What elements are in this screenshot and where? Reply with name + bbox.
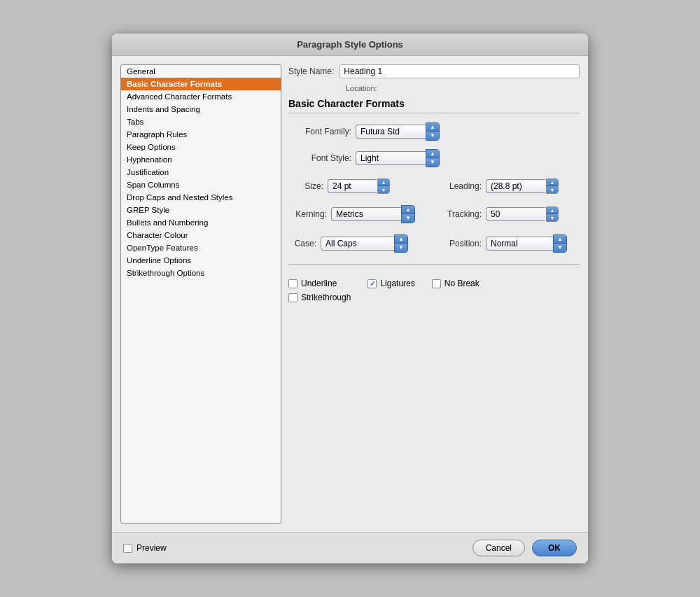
no-break-label: No Break [444,279,479,288]
sidebar: General Basic Character Formats Advanced… [120,64,281,524]
sidebar-item-strikethrough-options[interactable]: Strikethrough Options [121,267,281,279]
font-family-down-btn[interactable]: ▼ [426,132,439,140]
title-bar: Paragraph Style Options [112,34,588,56]
kerning-up-btn[interactable]: ▲ [402,206,414,214]
sidebar-item-indents-and-spacing[interactable]: Indents and Spacing [121,103,281,115]
underline-label: Underline [301,279,337,288]
kerning-down-btn[interactable]: ▼ [402,214,414,223]
ligatures-row: Ligatures [368,279,414,288]
sidebar-item-hyphenation[interactable]: Hyphenation [121,153,281,166]
kerning-stepper: ▲ ▼ [401,205,415,223]
leading-stepper: ▲ ▼ [546,178,559,194]
sidebar-item-bullets-numbering[interactable]: Bullets and Numbering [121,216,281,229]
tracking-down-btn[interactable]: ▼ [547,214,558,221]
sidebar-item-grep-style[interactable]: GREP Style [121,204,281,216]
font-family-value[interactable]: Futura Std [356,125,426,139]
font-style-control: Light ▲ ▼ [356,149,580,167]
style-name-input[interactable] [340,64,580,78]
sidebar-item-underline-options[interactable]: Underline Options [121,254,281,267]
dialog-body: General Basic Character Formats Advanced… [112,56,588,532]
preview-label: Preview [136,543,167,553]
style-name-row: Style Name: [288,64,580,78]
position-label: Position: [438,239,482,248]
dialog-window: Paragraph Style Options General Basic Ch… [112,34,588,563]
sidebar-item-basic-character-formats[interactable]: Basic Character Formats [121,78,281,90]
position-row: Position: Normal ▲ ▼ [438,234,580,253]
font-style-up-btn[interactable]: ▲ [426,150,439,158]
font-family-label: Font Family: [288,127,351,136]
size-up-btn[interactable]: ▲ [378,179,389,186]
strikethrough-checkbox[interactable] [288,293,298,302]
size-stepper: ▲ ▼ [377,178,390,194]
kerning-label: Kerning: [288,209,327,219]
font-family-stepper: ▲ ▼ [426,122,440,141]
kerning-tracking-row: Kerning: Metrics ▲ ▼ Tracking: 50 [288,205,580,223]
tracking-label: Tracking: [438,209,482,219]
sidebar-item-character-colour[interactable]: Character Colour [121,229,281,241]
separator [288,264,580,265]
size-leading-row: Size: 24 pt ▲ ▼ Leading: (28.8 pt) [288,178,580,194]
checkbox-col-right: No Break [432,279,479,288]
kerning-value[interactable]: Metrics [331,207,401,221]
font-style-label: Font Style: [288,153,351,163]
ok-button[interactable]: OK [532,540,577,556]
position-value[interactable]: Normal [486,237,553,251]
font-family-up-btn[interactable]: ▲ [426,123,439,132]
case-up-btn[interactable]: ▲ [395,235,407,244]
sidebar-item-advanced-character-formats[interactable]: Advanced Character Formats [121,90,281,103]
size-value[interactable]: 24 pt [328,179,377,193]
font-style-down-btn[interactable]: ▼ [426,158,439,167]
strikethrough-row: Strikethrough [288,293,351,302]
position-stepper: ▲ ▼ [553,234,567,253]
leading-down-btn[interactable]: ▼ [547,186,558,193]
sidebar-item-paragraph-rules[interactable]: Paragraph Rules [121,128,281,141]
case-control: All Caps ▲ ▼ [321,234,430,253]
size-down-btn[interactable]: ▼ [378,186,389,193]
tracking-value[interactable]: 50 [486,207,545,221]
location-row: Location: [288,84,580,92]
leading-label: Leading: [438,181,482,191]
sidebar-item-tabs[interactable]: Tabs [121,115,281,128]
tracking-up-btn[interactable]: ▲ [547,207,558,214]
preview-row: Preview [123,543,167,553]
size-row: Size: 24 pt ▲ ▼ [288,178,430,194]
sidebar-item-drop-caps-nested[interactable]: Drop Caps and Nested Styles [121,191,281,204]
case-stepper: ▲ ▼ [394,234,408,253]
preview-checkbox[interactable] [123,544,132,553]
sidebar-item-general[interactable]: General [121,65,281,78]
font-style-row: Font Style: Light ▲ ▼ [288,149,580,167]
font-style-value[interactable]: Light [356,151,426,165]
sidebar-item-keep-options[interactable]: Keep Options [121,141,281,153]
checkbox-col-left: Underline Strikethrough [288,279,351,302]
sidebar-item-justification[interactable]: Justification [121,166,281,178]
leading-row: Leading: (28.8 pt) ▲ ▼ [438,178,580,194]
case-position-row: Case: All Caps ▲ ▼ Position: Normal [288,234,580,253]
cancel-button[interactable]: Cancel [472,540,525,556]
position-up-btn[interactable]: ▲ [554,235,566,244]
leading-value[interactable]: (28.8 pt) [486,179,545,193]
position-down-btn[interactable]: ▼ [554,244,566,252]
checkboxes-section: Underline Strikethrough Ligatures [288,276,580,305]
checkbox-col-middle: Ligatures [368,279,414,288]
right-panel: Style Name: Location: Basic Character Fo… [288,64,580,524]
case-down-btn[interactable]: ▼ [395,244,407,252]
kerning-row: Kerning: Metrics ▲ ▼ [288,205,430,223]
ligatures-label: Ligatures [380,279,414,288]
footer-buttons: Cancel OK [472,540,577,556]
font-family-control: Futura Std ▲ ▼ [356,122,580,141]
no-break-checkbox[interactable] [432,279,441,288]
ligatures-checkbox[interactable] [368,279,377,288]
size-label: Size: [288,181,323,191]
tracking-control: 50 ▲ ▼ [486,206,559,222]
case-value[interactable]: All Caps [321,237,394,251]
section-title: Basic Character Formats [288,98,580,113]
case-row: Case: All Caps ▲ ▼ [288,234,430,253]
sidebar-item-opentype-features[interactable]: OpenType Features [121,241,281,254]
leading-up-btn[interactable]: ▲ [547,179,558,186]
size-control: 24 pt ▲ ▼ [328,178,390,194]
dialog-footer: Preview Cancel OK [112,532,588,563]
style-name-label: Style Name: [288,66,334,76]
no-break-row: No Break [432,279,479,288]
sidebar-item-span-columns[interactable]: Span Columns [121,178,281,191]
underline-checkbox[interactable] [288,279,298,288]
